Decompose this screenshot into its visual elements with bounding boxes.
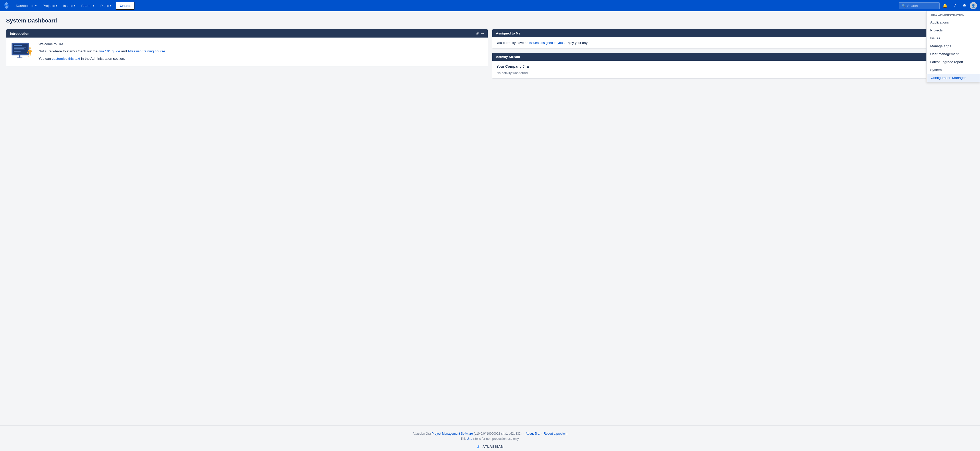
chevron-down-icon: ▾ (35, 4, 37, 7)
create-button[interactable]: Create (116, 2, 135, 10)
help-icon: ? (954, 3, 956, 8)
svg-rect-7 (19, 55, 20, 57)
left-column: Introduction ⤢ ··· (6, 29, 488, 79)
svg-rect-5 (14, 49, 25, 50)
admin-item-system[interactable]: System (927, 66, 980, 74)
assigned-to-me-panel: Assigned to Me You currently have no iss… (492, 29, 974, 48)
notifications-button[interactable]: 🔔 (941, 1, 950, 10)
nav-projects[interactable]: Projects ▾ (40, 2, 60, 9)
footer: Atlassian Jira Project Management Softwa… (0, 426, 980, 451)
svg-point-9 (29, 47, 31, 49)
chevron-down-icon: ▾ (93, 4, 94, 7)
nav-issues[interactable]: Issues ▾ (61, 2, 78, 9)
assigned-header: Assigned to Me (492, 29, 974, 37)
svg-rect-2 (14, 45, 22, 46)
help-button[interactable]: ? (950, 1, 959, 10)
jira-logo-icon (3, 2, 10, 9)
intro-line1: Not sure where to start? Check out the J… (38, 49, 167, 54)
activity-header: Activity Stream (492, 53, 974, 61)
chevron-down-icon: ▾ (56, 4, 57, 7)
assigned-title: Assigned to Me (496, 32, 520, 35)
settings-button[interactable]: ⚙ (960, 1, 969, 10)
chevron-down-icon: ▾ (74, 4, 75, 7)
introduction-header: Introduction ⤢ ··· (6, 29, 488, 38)
main-grid: Introduction ⤢ ··· (6, 29, 974, 79)
navbar: Dashboards ▾ Projects ▾ Issues ▾ Boards … (0, 0, 980, 11)
about-jira-link[interactable]: About Jira (526, 432, 539, 435)
svg-rect-4 (14, 48, 24, 49)
bell-icon: 🔔 (942, 3, 948, 8)
admin-item-user-management[interactable]: User management (927, 50, 980, 58)
nav-boards[interactable]: Boards ▾ (79, 2, 97, 9)
admin-item-issues[interactable]: Issues (927, 34, 980, 42)
more-icon[interactable]: ··· (481, 32, 484, 35)
nav-plans[interactable]: Plans ▾ (98, 2, 114, 9)
svg-line-12 (31, 50, 32, 52)
app-logo[interactable] (3, 2, 10, 9)
svg-rect-6 (14, 51, 21, 52)
intro-line2: You can customize this text in the Admin… (38, 56, 167, 61)
svg-line-13 (29, 54, 29, 56)
right-column: Assigned to Me You currently have no iss… (492, 29, 974, 79)
atlassian-label: ATLASSIAN (483, 445, 504, 448)
svg-rect-10 (29, 50, 31, 54)
search-bar[interactable]: 🔍 Search (899, 2, 940, 9)
admin-item-manage-apps[interactable]: Manage apps (927, 42, 980, 50)
intro-inner: Welcome to Jira Not sure where to start?… (11, 41, 484, 62)
chevron-down-icon: ▾ (110, 4, 111, 7)
footer-line1: Atlassian Jira Project Management Softwa… (4, 432, 976, 435)
customize-text-link[interactable]: customize this text (52, 57, 80, 61)
atlassian-logo: ATLASSIAN (4, 444, 976, 449)
jira-guide-link[interactable]: Jira 101 guide (99, 49, 120, 53)
svg-line-14 (30, 54, 31, 56)
activity-stream-panel: Activity Stream Your Company Jira No act… (492, 53, 974, 79)
introduction-panel: Introduction ⤢ ··· (6, 29, 488, 66)
svg-rect-8 (17, 57, 22, 58)
activity-company: Your Company Jira (492, 61, 974, 70)
avatar-icon: 👤 (971, 4, 975, 8)
admin-item-applications[interactable]: Applications (927, 18, 980, 26)
admin-item-configuration-manager[interactable]: Configuration Manager (927, 74, 980, 82)
atlassian-training-link[interactable]: Atlassian training course (127, 49, 165, 53)
project-management-software-link[interactable]: Project Management Software (431, 432, 473, 435)
jira-link[interactable]: Jira (467, 437, 472, 440)
panel-header-actions: ⤢ ··· (476, 32, 484, 35)
activity-title: Activity Stream (496, 55, 520, 59)
admin-item-upgrade-report[interactable]: Latest upgrade report (927, 58, 980, 66)
introduction-title: Introduction (10, 32, 29, 35)
footer-line2: This Jira site is for non-production use… (4, 437, 976, 440)
activity-empty: No activity was found (492, 70, 974, 78)
report-problem-link[interactable]: Report a problem (544, 432, 568, 435)
intro-text: Welcome to Jira Not sure where to start?… (38, 41, 167, 61)
search-icon: 🔍 (902, 4, 906, 8)
page-title: System Dashboard (6, 18, 974, 24)
gear-icon: ⚙ (963, 3, 966, 8)
admin-dropdown: JIRA ADMINISTRATION Applications Project… (926, 11, 980, 82)
issues-link[interactable]: issues assigned to you (529, 41, 563, 45)
nav-dashboards[interactable]: Dashboards ▾ (13, 2, 39, 9)
intro-illustration (11, 41, 33, 62)
atlassian-icon (476, 444, 481, 449)
user-avatar[interactable]: 👤 (970, 2, 977, 9)
admin-item-projects[interactable]: Projects (927, 26, 980, 34)
expand-icon[interactable]: ⤢ (476, 32, 479, 35)
navbar-right: 🔍 Search 🔔 ? ⚙ 👤 (899, 1, 977, 10)
introduction-body: Welcome to Jira Not sure where to start?… (6, 38, 488, 66)
assigned-body: You currently have no issues assigned to… (492, 37, 974, 48)
welcome-text: Welcome to Jira (38, 41, 167, 47)
admin-section-label: JIRA ADMINISTRATION (927, 11, 980, 18)
page-content: System Dashboard Introduction ⤢ ··· (0, 11, 980, 426)
svg-rect-3 (14, 47, 26, 48)
